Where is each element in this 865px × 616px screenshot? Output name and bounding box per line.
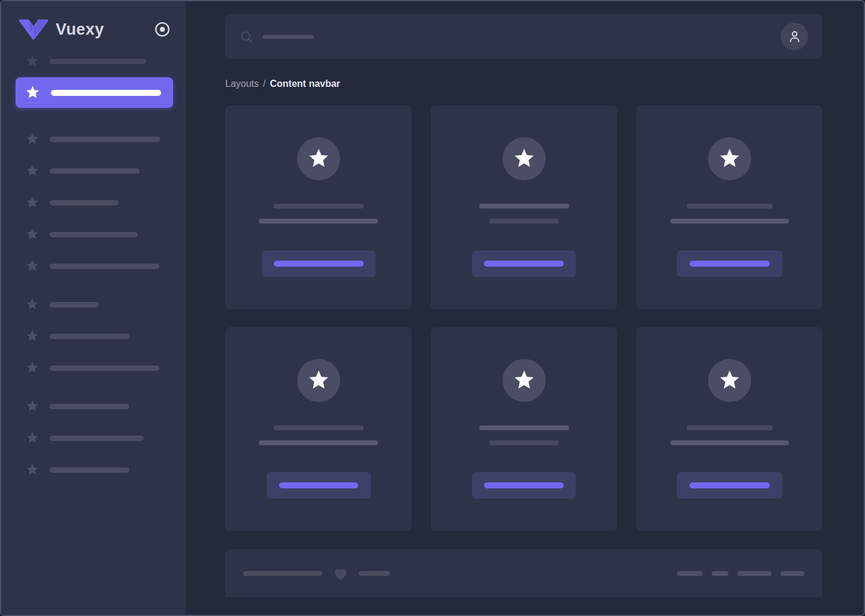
sidebar-menu — [1, 40, 186, 615]
card-text-skeleton — [259, 440, 378, 445]
sidebar-item[interactable] — [25, 399, 173, 413]
menu-label-skeleton — [50, 404, 129, 409]
feature-card — [225, 105, 412, 309]
star-badge — [297, 359, 340, 402]
user-icon — [787, 29, 802, 44]
feature-card — [636, 105, 822, 309]
button-label-skeleton — [484, 482, 564, 488]
sidebar-item-active[interactable] — [16, 77, 173, 108]
star-icon — [718, 147, 742, 171]
app-window: Vuexy — [0, 0, 865, 616]
breadcrumb: Layouts/Content navbar — [225, 78, 822, 89]
menu-label-skeleton — [50, 264, 159, 269]
button-label-skeleton — [274, 261, 364, 267]
footer-link-skeleton — [677, 571, 703, 576]
menu-label-skeleton — [50, 334, 129, 339]
sidebar-item[interactable] — [25, 463, 173, 477]
card-title-skeleton — [479, 204, 569, 209]
star-badge — [503, 137, 546, 180]
button-label-skeleton — [689, 482, 770, 488]
footer-card — [225, 549, 822, 597]
footer-text-skeleton — [243, 571, 322, 576]
card-text-skeleton — [670, 219, 789, 224]
radio-circle-icon[interactable] — [155, 22, 170, 37]
star-icon — [25, 297, 40, 312]
star-icon — [25, 164, 40, 178]
star-badge — [708, 137, 751, 180]
top-navbar — [225, 14, 822, 59]
star-icon — [25, 132, 40, 146]
star-icon — [307, 147, 331, 171]
menu-label-skeleton — [50, 436, 144, 441]
button-label-skeleton — [689, 261, 770, 267]
card-action-button[interactable] — [677, 472, 782, 499]
star-icon — [718, 369, 742, 392]
sidebar-item[interactable] — [25, 195, 173, 210]
card-action-button[interactable] — [677, 250, 782, 277]
star-icon — [25, 431, 40, 445]
main-content: Layouts/Content navbar — [186, 1, 864, 615]
footer-text-skeleton — [359, 571, 390, 576]
star-icon — [25, 259, 40, 273]
user-avatar[interactable] — [781, 23, 808, 50]
brand-header: Vuexy — [1, 1, 186, 40]
menu-label-skeleton — [50, 200, 119, 206]
menu-label-skeleton — [50, 302, 99, 307]
star-icon — [25, 463, 40, 477]
sidebar-item[interactable] — [25, 54, 173, 68]
search-placeholder-skeleton — [263, 35, 314, 39]
sidebar-item[interactable] — [25, 431, 173, 445]
breadcrumb-separator: / — [263, 78, 265, 89]
card-text-skeleton — [489, 440, 559, 445]
card-text-skeleton — [670, 440, 789, 445]
search-input[interactable] — [240, 30, 314, 44]
star-badge — [297, 137, 340, 180]
star-icon — [512, 369, 536, 392]
star-icon — [307, 369, 331, 392]
breadcrumb-parent[interactable]: Layouts — [225, 78, 259, 89]
breadcrumb-current: Content navbar — [270, 78, 340, 89]
sidebar-item[interactable] — [25, 361, 173, 375]
footer-link-skeleton — [712, 571, 728, 576]
footer-link-skeleton — [737, 571, 772, 576]
menu-label-skeleton — [51, 90, 161, 96]
sidebar-item[interactable] — [25, 259, 173, 273]
sidebar-item[interactable] — [25, 297, 173, 312]
menu-label-skeleton — [50, 59, 146, 64]
card-title-skeleton — [274, 425, 364, 430]
star-icon — [25, 361, 40, 375]
sidebar-item[interactable] — [25, 164, 173, 178]
menu-label-skeleton — [50, 168, 140, 174]
card-action-button[interactable] — [472, 250, 576, 277]
star-icon — [25, 399, 40, 413]
feature-card — [431, 327, 617, 531]
menu-label-skeleton — [50, 232, 138, 237]
star-icon — [25, 54, 40, 68]
footer-left-skeleton — [243, 566, 390, 582]
card-text-skeleton — [259, 219, 378, 224]
search-icon — [240, 30, 253, 44]
star-icon — [25, 84, 41, 101]
sidebar-item[interactable] — [25, 132, 173, 146]
card-title-skeleton — [686, 425, 773, 430]
star-badge — [503, 359, 546, 402]
feature-card — [431, 105, 617, 309]
card-action-button[interactable] — [262, 250, 376, 277]
brand-name: Vuexy — [56, 20, 104, 39]
card-title-skeleton — [686, 204, 773, 209]
card-action-button[interactable] — [472, 472, 576, 499]
card-action-button[interactable] — [267, 472, 371, 499]
star-icon — [25, 195, 40, 210]
card-text-skeleton — [489, 219, 559, 224]
footer-links-skeleton — [677, 571, 804, 576]
sidebar-item[interactable] — [25, 329, 173, 343]
card-title-skeleton — [479, 425, 569, 430]
vuexy-logo-icon — [19, 19, 48, 40]
star-icon — [25, 227, 40, 241]
feature-card — [636, 327, 822, 531]
sidebar-item[interactable] — [25, 227, 173, 241]
cards-grid — [225, 105, 822, 531]
sidebar: Vuexy — [1, 1, 186, 615]
menu-label-skeleton — [50, 366, 159, 371]
star-badge — [708, 359, 751, 402]
